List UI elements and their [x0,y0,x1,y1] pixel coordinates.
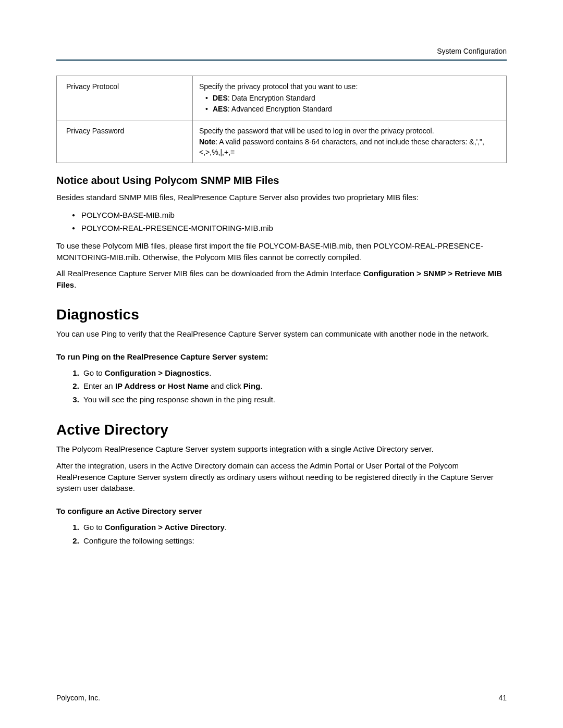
mib-heading: Notice about Using Polycom SNMP MIB File… [56,175,507,187]
text: . [225,523,227,532]
footer-company: Polycom, Inc. [56,694,100,702]
text: and click [209,381,243,390]
ad-detail: After the integration, users in the Acti… [56,460,507,494]
list-item: POLYCOM-BASE-MIB.mib [81,208,507,222]
text: All RealPresence Capture Server MIB file… [56,269,363,278]
diagnostics-intro: You can use Ping to verify that the Real… [56,328,507,340]
note-bold: Note [199,138,215,146]
page-footer: Polycom, Inc. 41 [56,694,507,702]
list-item: DES: Data Encryption Standard [213,93,500,104]
bullet-rest: : Data Encryption Standard [228,94,315,102]
param-bullets: DES: Data Encryption Standard AES: Advan… [199,93,500,115]
header-rule [56,59,507,61]
mib-intro: Besides standard SNMP MIB files, RealPre… [56,192,507,203]
text: Go to [83,523,105,532]
table-row: Privacy Password Specify the password th… [57,120,507,163]
bullet-rest: : Advanced Encryption Standard [228,105,332,113]
diagnostics-task-heading: To run Ping on the RealPresence Capture … [56,352,507,361]
diagnostics-steps: Go to Configuration > Diagnostics. Enter… [56,366,507,406]
bullet-bold: AES [213,105,228,113]
nav-path: Configuration > Diagnostics [105,368,209,377]
list-item: AES: Advanced Encryption Standard [213,104,500,115]
list-item: POLYCOM-REAL-PRESENCE-MONITORING-MIB.mib [81,221,507,235]
param-intro: Specify the privacy protocol that you wa… [199,82,358,91]
mib-file-list: POLYCOM-BASE-MIB.mib POLYCOM-REAL-PRESEN… [56,208,507,235]
bullet-bold: DES [213,94,228,102]
text: . [260,381,262,390]
mib-usage: To use these Polycom MIB files, please f… [56,240,507,263]
text: Enter an [83,381,115,390]
diagnostics-heading: Diagnostics [56,306,507,323]
text: Go to [83,368,105,377]
param-line: Specify the password that will be used t… [199,127,434,135]
list-item: Go to Configuration > Diagnostics. [81,366,507,380]
mib-download: All RealPresence Capture Server MIB file… [56,268,507,291]
text: . [74,280,76,289]
table-row: Privacy Protocol Specify the privacy pro… [57,76,507,120]
text: . [209,368,211,377]
header-section: System Configuration [56,47,507,55]
list-item: Go to Configuration > Active Directory. [81,521,507,534]
page: System Configuration Privacy Protocol Sp… [0,0,563,728]
param-desc: Specify the privacy protocol that you wa… [193,76,507,120]
param-label: Privacy Password [57,120,193,163]
param-label: Privacy Protocol [57,76,193,120]
active-directory-heading: Active Directory [56,422,507,438]
note-rest: : A valid password contains 8-64 charact… [199,138,484,156]
param-desc: Specify the password that will be used t… [193,120,507,163]
footer-page-number: 41 [498,694,507,702]
ad-steps: Go to Configuration > Active Directory. … [56,521,507,547]
parameter-table: Privacy Protocol Specify the privacy pro… [56,76,507,163]
list-item: Enter an IP Address or Host Name and cli… [81,379,507,393]
list-item: Configure the following settings: [81,534,507,548]
field-name: IP Address or Host Name [115,381,209,390]
button-name: Ping [243,381,261,390]
ad-intro: The Polycom RealPresence Capture Server … [56,443,507,455]
list-item: You will see the ping response shown in … [81,393,507,406]
ad-task-heading: To configure an Active Directory server [56,507,507,515]
nav-path: Configuration > Active Directory [105,523,225,532]
